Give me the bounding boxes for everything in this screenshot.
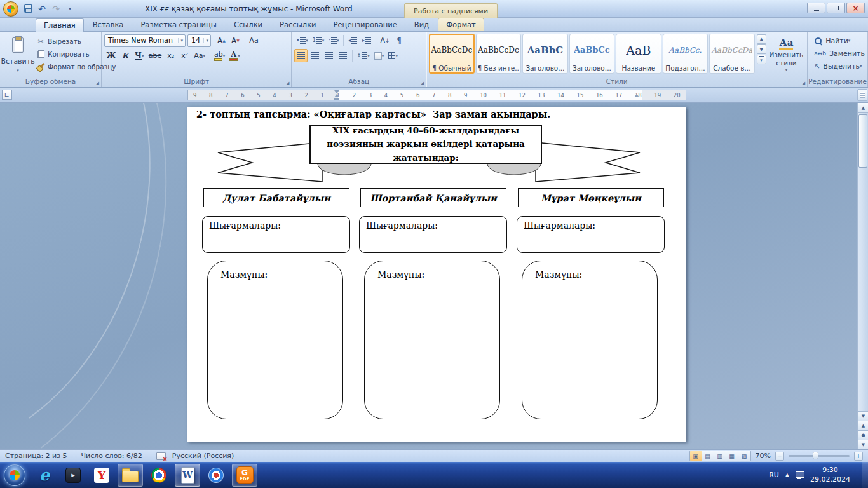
zoom-out-button[interactable]: − bbox=[775, 452, 784, 461]
right-indent-marker[interactable] bbox=[634, 94, 639, 97]
save-button[interactable] bbox=[22, 3, 34, 15]
content-box[interactable]: Мазмұны: bbox=[364, 261, 500, 419]
underline-button[interactable]: Ч▾ bbox=[133, 49, 146, 62]
bullets-button[interactable]: •▾ bbox=[294, 34, 309, 47]
tab-review[interactable]: Рецензирование bbox=[325, 18, 405, 31]
zoom-level[interactable]: 70% bbox=[756, 452, 771, 460]
browser-app-button[interactable] bbox=[203, 464, 229, 487]
shading-button[interactable]: ▾ bbox=[372, 49, 386, 62]
content-box[interactable]: Мазмұны: bbox=[522, 261, 658, 419]
network-icon[interactable] bbox=[796, 471, 804, 479]
sort-button[interactable]: А↓ bbox=[378, 34, 391, 47]
font-name-combobox[interactable]: Times New Roman▾ bbox=[104, 34, 186, 47]
maximize-button[interactable] bbox=[827, 3, 845, 13]
office-button[interactable] bbox=[3, 1, 18, 17]
tab-format[interactable]: Формат bbox=[438, 18, 484, 31]
taskbar-clock[interactable]: 9:30 29.02.2024 bbox=[810, 466, 850, 485]
clipboard-dialog-launcher[interactable]: ◢ bbox=[96, 78, 99, 88]
style-card-subtle-emphasis[interactable]: AaBbCcDaСлабое в... bbox=[709, 34, 755, 74]
language-switcher[interactable]: RU bbox=[769, 471, 779, 479]
paste-button[interactable]: Вставить▾ bbox=[3, 34, 33, 76]
internet-explorer-button[interactable]: e bbox=[32, 464, 57, 487]
left-indent-marker[interactable] bbox=[334, 98, 339, 100]
works-box[interactable]: Шығармалары: bbox=[517, 216, 665, 253]
tab-view[interactable]: Вид bbox=[406, 18, 437, 31]
styles-scroll-up-button[interactable]: ▲ bbox=[757, 34, 766, 44]
content-box[interactable]: Мазмұны: bbox=[207, 261, 343, 419]
text-highlight-button[interactable]: ab▾ bbox=[212, 49, 227, 62]
word-count[interactable]: Число слов: 6/82 bbox=[81, 452, 142, 460]
tab-home[interactable]: Главная bbox=[36, 18, 84, 32]
style-card-normal[interactable]: AaBbCcDc¶ Обычный bbox=[429, 34, 475, 74]
poet-name-box[interactable]: Дулат Бабатайұлын bbox=[203, 188, 349, 207]
tab-mailings[interactable]: Рассылки bbox=[271, 18, 324, 31]
numbering-button[interactable]: 1▾ bbox=[311, 34, 327, 47]
font-size-combobox[interactable]: 14▾ bbox=[187, 34, 211, 47]
styles-dialog-launcher[interactable]: ◢ bbox=[802, 78, 805, 88]
qat-customize-button[interactable]: ▾ bbox=[64, 3, 76, 15]
poet-name-box[interactable]: Шортанбай Қанайұлын bbox=[360, 188, 506, 207]
redo-button[interactable]: ↷ bbox=[50, 3, 62, 15]
find-button[interactable]: Найти▾ bbox=[814, 34, 865, 47]
poet-name-box[interactable]: Мұрат Мөңкеұлын bbox=[518, 188, 664, 207]
language-indicator[interactable]: Русский (Россия) bbox=[172, 452, 234, 460]
full-screen-view-button[interactable]: ▤ bbox=[702, 451, 714, 461]
print-layout-view-button[interactable]: ▣ bbox=[690, 451, 702, 461]
show-desktop-button[interactable] bbox=[862, 462, 868, 488]
tab-stop-selector[interactable]: ∟ bbox=[2, 90, 12, 100]
borders-button[interactable]: ▾ bbox=[386, 49, 400, 62]
replace-button[interactable]: a↔bЗаменить bbox=[814, 47, 865, 60]
draft-view-button[interactable]: ▧ bbox=[738, 451, 750, 461]
styles-scroll-down-button[interactable]: ▼ bbox=[757, 44, 766, 54]
multilevel-list-button[interactable]: ·▾ bbox=[327, 34, 341, 47]
web-layout-view-button[interactable]: ▥ bbox=[714, 451, 726, 461]
document-page[interactable]: 2- топтың тапсырма: «Оқиғалар картасы» З… bbox=[187, 107, 686, 442]
styles-more-button[interactable]: ▾ bbox=[757, 55, 766, 64]
page-indicator[interactable]: Страница: 2 из 5 bbox=[5, 452, 67, 460]
clear-formatting-button[interactable]: Аа bbox=[247, 34, 261, 47]
justify-button[interactable] bbox=[336, 49, 349, 62]
file-explorer-button[interactable] bbox=[118, 464, 143, 487]
align-right-button[interactable] bbox=[322, 49, 336, 62]
minimize-button[interactable] bbox=[807, 3, 825, 13]
previous-page-button[interactable]: ▲ bbox=[858, 421, 868, 430]
style-card-heading1[interactable]: AaBbCЗаголово... bbox=[522, 34, 568, 74]
show-hidden-icons-button[interactable]: ▲ bbox=[785, 472, 789, 478]
bold-button[interactable]: Ж bbox=[104, 49, 118, 62]
font-color-button[interactable]: А▾ bbox=[227, 49, 242, 62]
yandex-browser-button[interactable]: Y bbox=[89, 464, 114, 487]
strikethrough-button[interactable]: abe bbox=[147, 49, 164, 62]
change-styles-button[interactable]: Аа Изменить стили ▾ bbox=[768, 34, 805, 76]
ruler-toggle-button[interactable] bbox=[857, 89, 867, 101]
style-card-title[interactable]: AaBНазвание bbox=[616, 34, 661, 74]
paragraph-dialog-launcher[interactable]: ◢ bbox=[421, 78, 424, 88]
works-box[interactable]: Шығармалары: bbox=[202, 216, 350, 253]
media-player-button[interactable]: ▸ bbox=[60, 464, 86, 487]
shrink-font-button[interactable]: А▼ bbox=[229, 34, 242, 47]
style-card-heading2[interactable]: AaBbCcЗаголово... bbox=[569, 34, 615, 74]
increase-indent-button[interactable]: ▸ bbox=[360, 34, 373, 47]
align-center-button[interactable] bbox=[308, 49, 322, 62]
hanging-indent-marker[interactable] bbox=[334, 94, 339, 97]
word-taskbar-button[interactable]: W bbox=[175, 464, 200, 487]
horizontal-ruler[interactable]: 9876543211234567891011121314151617181920 bbox=[187, 90, 686, 100]
show-paragraph-marks-button[interactable]: ¶ bbox=[392, 34, 405, 47]
tab-insert[interactable]: Вставка bbox=[85, 18, 132, 31]
line-spacing-button[interactable]: ↕▾ bbox=[355, 49, 371, 62]
close-button[interactable]: × bbox=[846, 3, 865, 13]
scroll-down-button[interactable]: ▼ bbox=[858, 411, 868, 421]
superscript-button[interactable]: x² bbox=[178, 49, 191, 62]
start-button[interactable] bbox=[4, 464, 25, 486]
decrease-indent-button[interactable]: ◂ bbox=[346, 34, 359, 47]
zoom-in-button[interactable]: + bbox=[854, 452, 863, 461]
works-box[interactable]: Шығармалары: bbox=[359, 216, 507, 253]
style-card-no-spacing[interactable]: AaBbCcDc¶ Без инте... bbox=[476, 34, 522, 74]
zoom-slider[interactable] bbox=[789, 455, 850, 457]
grow-font-button[interactable]: А▲ bbox=[215, 34, 228, 47]
italic-button[interactable]: К bbox=[119, 49, 132, 62]
select-browse-object-button[interactable]: ● bbox=[858, 430, 868, 440]
outline-view-button[interactable]: ▦ bbox=[726, 451, 738, 461]
change-case-button[interactable]: Aa▾ bbox=[192, 49, 207, 62]
font-dialog-launcher[interactable]: ◢ bbox=[286, 78, 289, 88]
tab-references[interactable]: Ссылки bbox=[226, 18, 271, 31]
